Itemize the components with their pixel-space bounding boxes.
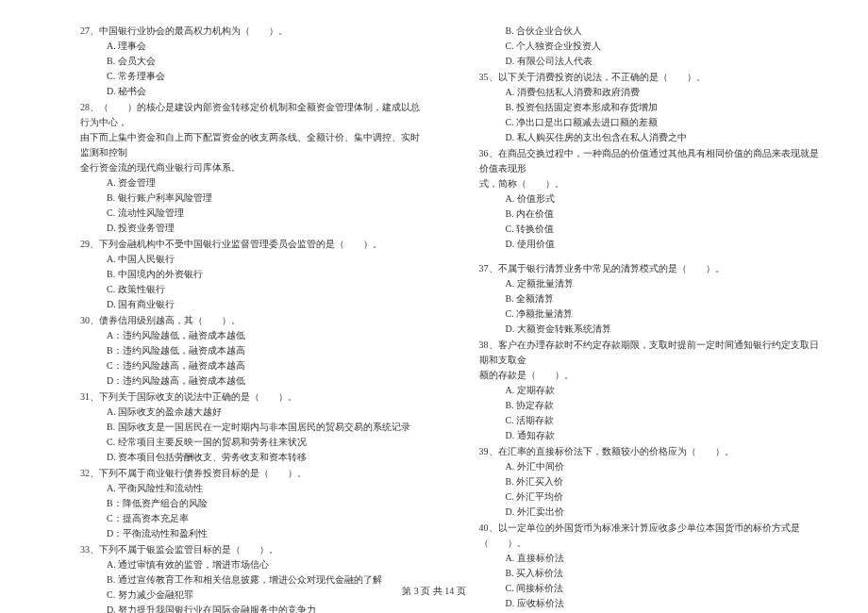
question-stem: 29、下列金融机构中不受中国银行业监督管理委员会监管的是（ ）。 xyxy=(80,237,427,252)
question-stem: 28、（ ）的核心是建设内部资金转移定价机制和全额资金管理体制，建成以总行为中心… xyxy=(80,100,427,130)
option-b: B. 内在价值 xyxy=(479,207,826,222)
option-c: C. 转换价值 xyxy=(479,222,826,237)
option-c: C. 净额批量清算 xyxy=(479,306,826,322)
option-d: D. 国有商业银行 xyxy=(80,297,427,312)
question-stem: 35、以下关于消费投资的说法，不正确的是（ ）。 xyxy=(479,70,826,85)
option-d: D. 有限公司法人代表 xyxy=(479,54,826,69)
left-column: 27、中国银行业协会的最高权力机构为（ ）。 A. 理事会 B. 会员大会 C.… xyxy=(80,24,427,613)
option-b: B. 投资包括固定资本形成和存货增加 xyxy=(479,100,826,115)
option-b: B. 协定存款 xyxy=(479,398,826,413)
question-32: 32、下列不属于商业银行债券投资目标的是（ ）。 A. 平衡风险性和流动性 B：… xyxy=(80,466,427,541)
option-b: B. 全额清算 xyxy=(479,291,826,306)
option-a: A. 通过审慎有效的监管，增进市场信心 xyxy=(80,557,427,572)
question-39: 39、在汇率的直接标价法下，数额较小的价格应为（ ）。 A. 外汇中间价 B. … xyxy=(479,444,826,520)
option-c: C：违约风险越高，融资成本越高 xyxy=(80,358,427,373)
question-37: 37、不属于银行清算业务中常见的清算模式的是（ ）。 A. 定额批量清算 B. … xyxy=(479,261,826,337)
option-d: D. 努力提升我国银行业在国际金融服务中的竞争力 xyxy=(80,603,427,613)
option-a: A. 定额批量清算 xyxy=(479,276,826,291)
question-stem: 36、在商品交换过程中，一种商品的价值通过其他具有相同价值的商品来表现就是价值表… xyxy=(479,146,826,176)
question-stem: 30、债券信用级别越高，其（ ）。 xyxy=(80,313,427,328)
option-b: B. 买入标价法 xyxy=(479,566,826,581)
option-b: B：违约风险越低，融资成本越高 xyxy=(80,343,427,358)
question-stem: 40、以一定单位的外国货币为标准来计算应收多少单位本国货币的标价方式是（ ）。 xyxy=(479,521,826,551)
option-b: B. 外汇买入价 xyxy=(479,474,826,489)
option-d: D. 资本项目包括劳酬收支、劳务收支和资本转移 xyxy=(80,450,427,465)
question-36: 36、在商品交换过程中，一种商品的价值通过其他具有相同价值的商品来表现就是价值表… xyxy=(479,146,826,252)
option-a: A. 国际收支的盈余越大越好 xyxy=(80,405,427,420)
option-b: B：降低资产组合的风险 xyxy=(80,496,427,511)
option-b: B. 国际收支是一国居民在一定时期内与非本国居民的贸易交易的系统记录 xyxy=(80,420,427,435)
question-29: 29、下列金融机构中不受中国银行业监督管理委员会监管的是（ ）。 A. 中国人民… xyxy=(80,237,427,312)
question-30: 30、债券信用级别越高，其（ ）。 A：违约风险越低，融资成本越低 B：违约风险… xyxy=(80,313,427,389)
question-stem: 31、下列关于国际收支的说法中正确的是（ ）。 xyxy=(80,389,427,405)
option-c: C：提高资本充足率 xyxy=(80,511,427,526)
option-a: A：违约风险越低，融资成本越低 xyxy=(80,328,427,343)
option-d: D：平衡流动性和盈利性 xyxy=(80,526,427,541)
option-d: D. 外汇卖出价 xyxy=(479,505,826,520)
option-c: C. 流动性风险管理 xyxy=(80,206,427,221)
option-a: A. 直接标价法 xyxy=(479,551,826,566)
question-cont: 式，简称（ ）。 xyxy=(479,176,826,191)
question-34-cont: B. 合伙企业合伙人 C. 个人独资企业投资人 D. 有限公司法人代表 xyxy=(479,24,826,69)
option-d: D. 私人购买住房的支出包含在私人消费之中 xyxy=(479,130,826,145)
question-28: 28、（ ）的核心是建设内部资金转移定价机制和全额资金管理体制，建成以总行为中心… xyxy=(80,100,427,236)
question-33: 33、下列不属于银监会监管目标的是（ ）。 A. 通过审慎有效的监管，增进市场信… xyxy=(80,542,427,613)
question-cont: 额的存款是（ ）。 xyxy=(479,368,826,383)
page-footer: 第 3 页 共 14 页 xyxy=(0,584,868,599)
option-a: A. 价值形式 xyxy=(479,191,826,207)
question-stem: 38、客户在办理存款时不约定存款期限，支取时提前一定时间通知银行约定支取日期和支… xyxy=(479,338,826,368)
option-b: B. 银行账户利率风险管理 xyxy=(80,191,427,206)
question-stem: 37、不属于银行清算业务中常见的清算模式的是（ ）。 xyxy=(479,261,826,276)
option-c: C. 政策性银行 xyxy=(80,282,427,297)
option-d: D. 通知存款 xyxy=(479,428,826,443)
option-d: D. 秘书会 xyxy=(80,84,427,99)
question-31: 31、下列关于国际收支的说法中正确的是（ ）。 A. 国际收支的盈余越大越好 B… xyxy=(80,389,427,465)
option-a: A. 平衡风险性和流动性 xyxy=(80,481,427,496)
option-c: C. 活期存款 xyxy=(479,413,826,428)
option-d: D：违约风险越高，融资成本越低 xyxy=(80,373,427,389)
question-38: 38、客户在办理存款时不约定存款期限，支取时提前一定时间通知银行约定支取日期和支… xyxy=(479,338,826,443)
question-stem: 32、下列不属于商业银行债券投资目标的是（ ）。 xyxy=(80,466,427,481)
question-35: 35、以下关于消费投资的说法，不正确的是（ ）。 A. 消费包括私人消费和政府消… xyxy=(479,70,826,145)
option-c: C. 经常项目主要反映一国的贸易和劳务往来状况 xyxy=(80,435,427,450)
option-c: C. 外汇平均价 xyxy=(479,489,826,505)
option-a: A. 中国人民银行 xyxy=(80,252,427,267)
question-stem: 39、在汇率的直接标价法下，数额较小的价格应为（ ）。 xyxy=(479,444,826,459)
question-cont: 全行资金流的现代商业银行司库体系。 xyxy=(80,160,427,175)
option-c: C. 常务理事会 xyxy=(80,69,427,84)
question-cont: 由下而上集中资金和自上而下配置资金的收支两条线、全额计价、集中调控、实时监测和控… xyxy=(80,130,427,160)
option-b: B. 会员大会 xyxy=(80,54,427,69)
option-b: B. 中国境内的外资银行 xyxy=(80,267,427,282)
option-c: C. 个人独资企业投资人 xyxy=(479,39,826,54)
option-a: A. 定期存款 xyxy=(479,383,826,398)
option-a: A. 消费包括私人消费和政府消费 xyxy=(479,85,826,100)
question-stem: 33、下列不属于银监会监管目标的是（ ）。 xyxy=(80,542,427,557)
option-d: D. 大额资金转账系统清算 xyxy=(479,322,826,337)
right-column: B. 合伙企业合伙人 C. 个人独资企业投资人 D. 有限公司法人代表 35、以… xyxy=(479,24,826,613)
option-a: A. 理事会 xyxy=(80,39,427,54)
question-stem: 27、中国银行业协会的最高权力机构为（ ）。 xyxy=(80,24,427,39)
option-b: B. 合伙企业合伙人 xyxy=(479,24,826,39)
option-c: C. 净出口是出口额减去进口额的差额 xyxy=(479,115,826,130)
option-d: D. 使用价值 xyxy=(479,237,826,252)
option-a: A. 外汇中间价 xyxy=(479,459,826,474)
question-27: 27、中国银行业协会的最高权力机构为（ ）。 A. 理事会 B. 会员大会 C.… xyxy=(80,24,427,99)
option-d: D. 投资业务管理 xyxy=(80,221,427,236)
option-a: A. 资金管理 xyxy=(80,175,427,191)
